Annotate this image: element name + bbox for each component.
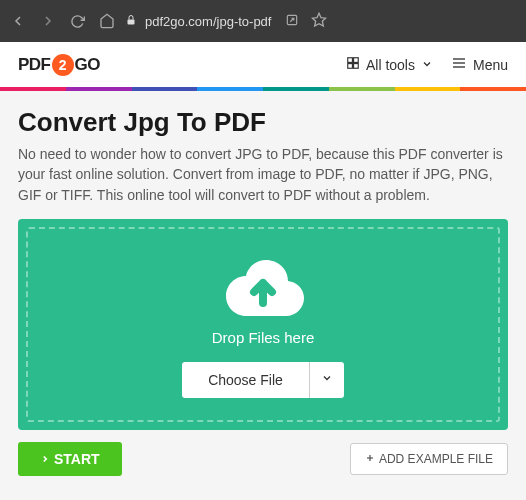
- drop-zone-inner: Drop Files here Choose File: [26, 227, 500, 422]
- browser-toolbar: pdf2go.com/jpg-to-pdf: [0, 0, 526, 42]
- header-nav: All tools Menu: [346, 55, 508, 74]
- rainbow-divider: [0, 87, 526, 91]
- hamburger-icon: [451, 55, 467, 74]
- site-logo[interactable]: PDF 2 GO: [18, 54, 100, 76]
- menu-label: Menu: [473, 57, 508, 73]
- svg-rect-6: [354, 64, 359, 69]
- start-label: START: [54, 451, 100, 467]
- main-content: Convert Jpg To PDF No need to wonder how…: [0, 91, 526, 205]
- share-icon[interactable]: [285, 13, 299, 30]
- svg-rect-3: [348, 58, 353, 63]
- page-title: Convert Jpg To PDF: [18, 107, 508, 138]
- logo-part1: PDF: [18, 55, 51, 75]
- page-description: No need to wonder how to convert JPG to …: [18, 144, 508, 205]
- start-button[interactable]: START: [18, 442, 122, 476]
- logo-part2: 2: [52, 54, 74, 76]
- cloud-upload-icon: [38, 255, 488, 321]
- all-tools-button[interactable]: All tools: [346, 56, 433, 73]
- forward-icon[interactable]: [40, 13, 56, 29]
- chevron-down-icon: [321, 372, 333, 387]
- drop-zone[interactable]: Drop Files here Choose File: [18, 219, 508, 430]
- drop-prompt: Drop Files here: [38, 329, 488, 346]
- action-row: START ADD EXAMPLE FILE: [0, 430, 526, 476]
- choose-file-button[interactable]: Choose File: [182, 362, 310, 398]
- svg-rect-0: [128, 19, 135, 24]
- choose-file-group: Choose File: [182, 362, 344, 398]
- choose-file-dropdown[interactable]: [310, 362, 344, 398]
- site-header: PDF 2 GO All tools Menu: [0, 42, 526, 87]
- lock-icon: [125, 14, 137, 29]
- url-bar[interactable]: pdf2go.com/jpg-to-pdf: [125, 12, 516, 31]
- star-icon[interactable]: [311, 12, 327, 31]
- add-example-button[interactable]: ADD EXAMPLE FILE: [350, 443, 508, 475]
- chevron-down-icon: [421, 57, 433, 73]
- svg-rect-5: [348, 64, 353, 69]
- example-label: ADD EXAMPLE FILE: [379, 452, 493, 466]
- all-tools-label: All tools: [366, 57, 415, 73]
- url-text: pdf2go.com/jpg-to-pdf: [145, 14, 271, 29]
- home-icon[interactable]: [99, 13, 115, 29]
- chevron-right-icon: [40, 451, 50, 467]
- plus-icon: [365, 452, 375, 466]
- svg-marker-2: [313, 13, 326, 26]
- grid-icon: [346, 56, 360, 73]
- back-icon[interactable]: [10, 13, 26, 29]
- logo-part3: GO: [75, 55, 100, 75]
- svg-rect-4: [354, 58, 359, 63]
- reload-icon[interactable]: [70, 14, 85, 29]
- menu-button[interactable]: Menu: [451, 55, 508, 74]
- browser-nav: [10, 13, 115, 29]
- drop-zone-container: Drop Files here Choose File: [0, 219, 526, 430]
